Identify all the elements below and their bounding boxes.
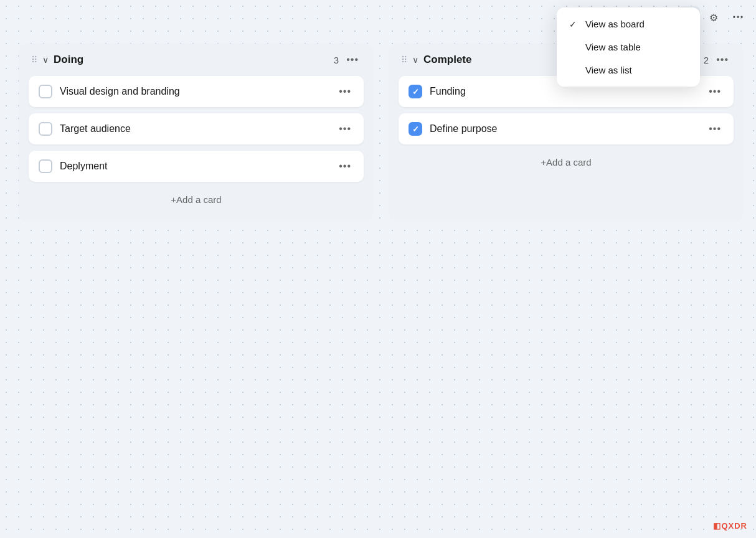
complete-column-count: 2 — [704, 55, 709, 65]
card-deplyment: Deplyment ••• — [29, 151, 364, 182]
card-funding-label: Funding — [430, 86, 699, 97]
doing-collapse-btn[interactable]: ∨ — [42, 55, 49, 64]
card-define-purpose-label: Define purpose — [430, 123, 699, 134]
card-funding-checkbox[interactable] — [409, 85, 422, 98]
card-target-audience-checkbox[interactable] — [39, 122, 52, 136]
doing-drag-handle[interactable]: ⠿ — [31, 55, 37, 65]
complete-drag-handle[interactable]: ⠿ — [401, 55, 407, 65]
empty-check-icon-2 — [569, 65, 579, 75]
card-target-audience-label: Target audience — [60, 123, 329, 134]
doing-column-count: 3 — [334, 55, 339, 65]
more-options-btn[interactable]: ••• — [727, 6, 750, 29]
card-target-audience-more[interactable]: ••• — [336, 123, 354, 134]
card-target-audience: Target audience ••• — [29, 113, 364, 144]
card-define-purpose: Define purpose ••• — [399, 113, 734, 144]
view-as-list-label: View as list — [585, 65, 632, 75]
card-deplyment-label: Deplyment — [60, 161, 329, 172]
card-deplyment-checkbox[interactable] — [39, 159, 52, 173]
view-as-list-item[interactable]: View as list — [557, 59, 700, 82]
doing-add-card-btn[interactable]: +Add a card — [29, 188, 364, 211]
complete-add-card-btn[interactable]: +Add a card — [399, 151, 734, 174]
complete-collapse-btn[interactable]: ∨ — [412, 55, 418, 64]
doing-column-header: ⠿ ∨ Doing 3 ••• — [29, 54, 364, 70]
view-as-board-label: View as board — [585, 19, 645, 29]
view-as-board-item[interactable]: ✓ View as board — [557, 12, 700, 35]
card-funding-more[interactable]: ••• — [706, 86, 724, 97]
complete-more-btn[interactable]: ••• — [714, 54, 731, 65]
doing-column-title: Doing — [54, 54, 329, 66]
card-visual-design: Visual design and branding ••• — [29, 76, 364, 107]
empty-check-icon — [569, 42, 579, 52]
card-deplyment-more[interactable]: ••• — [336, 161, 354, 172]
card-define-purpose-checkbox[interactable] — [409, 122, 422, 136]
doing-more-btn[interactable]: ••• — [344, 54, 361, 65]
view-as-table-label: View as table — [585, 42, 641, 52]
checkmark-icon: ✓ — [569, 19, 579, 29]
watermark: ◧QXDR — [713, 521, 747, 531]
card-define-purpose-more[interactable]: ••• — [706, 123, 724, 134]
view-as-table-item[interactable]: View as table — [557, 35, 700, 59]
view-dropdown: ✓ View as board View as table View as li… — [557, 7, 700, 87]
doing-column: ⠿ ∨ Doing 3 ••• Visual design and brandi… — [19, 44, 374, 221]
settings-icon-btn[interactable]: ⚙ — [702, 6, 725, 29]
card-visual-design-checkbox[interactable] — [39, 85, 52, 98]
card-visual-design-more[interactable]: ••• — [336, 86, 354, 97]
card-visual-design-label: Visual design and branding — [60, 86, 329, 97]
